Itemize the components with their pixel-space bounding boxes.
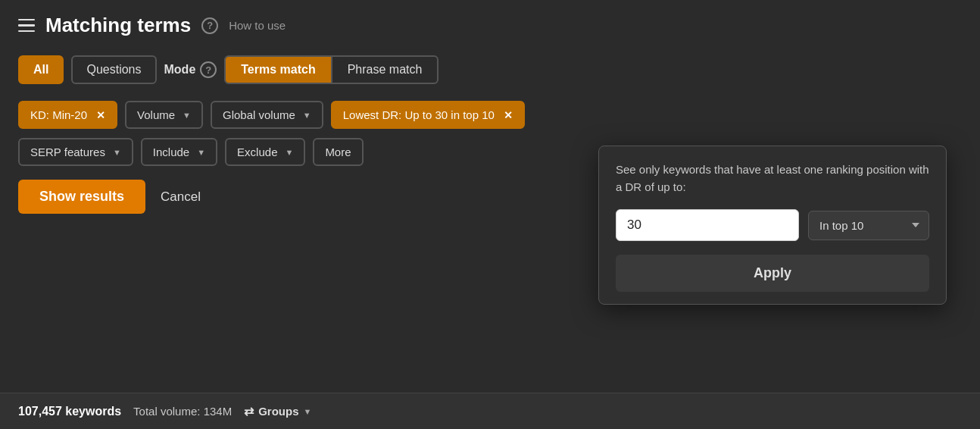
more-chip[interactable]: More	[313, 138, 363, 166]
mode-terms-match[interactable]: Terms match	[226, 57, 332, 83]
exclude-arrow-icon: ▼	[285, 148, 293, 157]
filter-chips-row-1: KD: Min-20 ✕ Volume ▼ Global volume ▼ Lo…	[0, 96, 980, 133]
top-position-select[interactable]: In top 3 In top 5 In top 10 In top 20 In…	[808, 211, 929, 240]
keywords-count: 107,457 keywords	[18, 405, 121, 418]
popover-inputs: In top 3 In top 5 In top 10 In top 20 In…	[616, 209, 929, 241]
lowest-dr-chip[interactable]: Lowest DR: Up to 30 in top 10 ✕	[331, 101, 525, 129]
exclude-chip[interactable]: Exclude ▼	[225, 138, 305, 166]
include-chip[interactable]: Include ▼	[141, 138, 217, 166]
global-volume-arrow-icon: ▼	[303, 111, 311, 120]
tab-all[interactable]: All	[18, 55, 64, 84]
groups-button[interactable]: ⇄ Groups ▼	[244, 404, 311, 418]
volume-arrow-icon: ▼	[183, 111, 191, 120]
global-volume-chip[interactable]: Global volume ▼	[211, 101, 323, 129]
cancel-button[interactable]: Cancel	[161, 189, 201, 205]
lowest-dr-close-icon[interactable]: ✕	[504, 109, 513, 121]
page-title: Matching terms	[45, 14, 191, 37]
volume-chip[interactable]: Volume ▼	[125, 101, 203, 129]
mode-phrase-match[interactable]: Phrase match	[332, 57, 438, 83]
total-volume: Total volume: 134M	[133, 405, 232, 418]
popover-description: See only keywords that have at least one…	[616, 161, 929, 196]
mode-help-icon[interactable]: ?	[200, 61, 217, 78]
filter-row-1: All Questions Mode ? Terms match Phrase …	[0, 49, 980, 96]
footer-bar: 107,457 keywords Total volume: 134M ⇄ Gr…	[0, 393, 980, 429]
header: Matching terms ? How to use	[0, 0, 980, 49]
show-results-button[interactable]: Show results	[18, 180, 145, 214]
apply-button[interactable]: Apply	[616, 255, 929, 292]
mode-label: Mode ?	[164, 61, 217, 78]
serp-features-chip[interactable]: SERP features ▼	[18, 138, 133, 166]
serp-features-arrow-icon: ▼	[113, 148, 121, 157]
lowest-dr-popover: See only keywords that have at least one…	[598, 146, 947, 305]
header-help-icon[interactable]: ?	[201, 17, 218, 34]
kd-close-icon[interactable]: ✕	[96, 109, 105, 121]
include-arrow-icon: ▼	[197, 148, 205, 157]
groups-icon: ⇄	[244, 404, 254, 418]
how-to-use-link[interactable]: How to use	[229, 19, 286, 32]
tab-questions[interactable]: Questions	[71, 55, 156, 84]
hamburger-menu[interactable]	[18, 19, 35, 33]
kd-chip[interactable]: KD: Min-20 ✕	[18, 101, 117, 129]
mode-group: Terms match Phrase match	[224, 55, 439, 84]
groups-arrow-icon: ▼	[304, 407, 312, 416]
dr-number-input[interactable]	[616, 209, 799, 241]
